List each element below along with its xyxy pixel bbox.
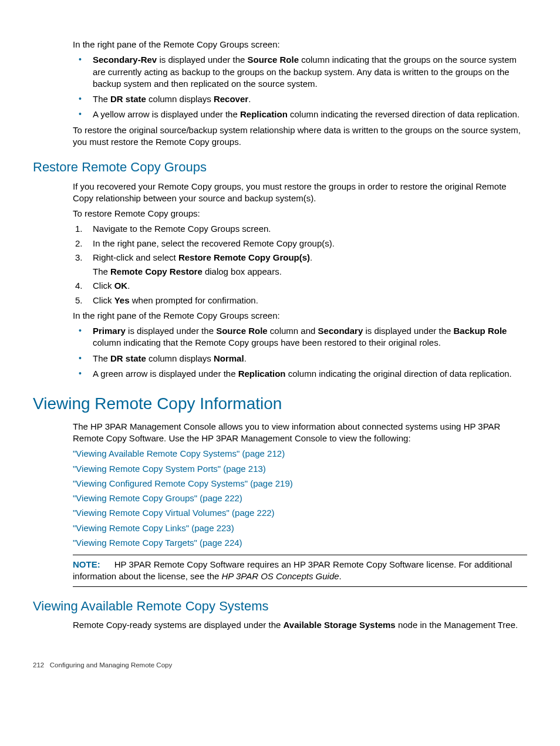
heading-restore: Restore Remote Copy Groups bbox=[33, 158, 527, 176]
viewing-p1: The HP 3PAR Management Console allows yo… bbox=[73, 421, 527, 445]
restore-p1: If you recovered your Remote Copy groups… bbox=[73, 181, 527, 205]
page-footer: 212 Configuring and Managing Remote Copy bbox=[33, 661, 527, 670]
xref-link[interactable]: "Viewing Remote Copy Links" (page 223) bbox=[73, 522, 527, 534]
xref-link[interactable]: "Viewing Available Remote Copy Systems" … bbox=[73, 448, 527, 460]
page-number: 212 bbox=[33, 661, 44, 669]
bullet-item: A green arrow is displayed under the Rep… bbox=[73, 368, 527, 380]
note-italic: HP 3PAR OS Concepts Guide bbox=[222, 571, 339, 581]
bullet-item: A yellow arrow is displayed under the Re… bbox=[73, 109, 527, 120]
step-3: Right-click and select Restore Remote Co… bbox=[73, 252, 527, 278]
xref-link[interactable]: "Viewing Remote Copy System Ports" (page… bbox=[73, 463, 527, 475]
step-2: In the right pane, select the recovered … bbox=[73, 238, 527, 249]
step-3-result: The Remote Copy Restore dialog box appea… bbox=[93, 266, 527, 278]
intro-line: In the right pane of the Remote Copy Gro… bbox=[73, 39, 527, 50]
intro-bullets: Secondary-Rev is displayed under the Sou… bbox=[73, 54, 527, 120]
xref-link[interactable]: "Viewing Remote Copy Targets" (page 224) bbox=[73, 537, 527, 549]
chapter-title: Configuring and Managing Remote Copy bbox=[50, 661, 172, 669]
note-label: NOTE: bbox=[73, 559, 100, 569]
intro-after: To restore the original source/backup sy… bbox=[73, 124, 527, 148]
restore-bullets: Primary is displayed under the Source Ro… bbox=[73, 325, 527, 380]
restore-steps: Navigate to the Remote Copy Groups scree… bbox=[73, 223, 527, 306]
bullet-item: The DR state column displays Recover. bbox=[73, 93, 527, 105]
step-1: Navigate to the Remote Copy Groups scree… bbox=[73, 223, 527, 235]
xref-link[interactable]: "Viewing Remote Copy Virtual Volumes" (p… bbox=[73, 507, 527, 519]
available-p: Remote Copy-ready systems are displayed … bbox=[73, 619, 527, 631]
bullet-item: Primary is displayed under the Source Ro… bbox=[73, 325, 527, 349]
xref-link[interactable]: "Viewing Remote Copy Groups" (page 222) bbox=[73, 492, 527, 504]
bullet-item: The DR state column displays Normal. bbox=[73, 353, 527, 364]
bullet-item: Secondary-Rev is displayed under the Sou… bbox=[73, 54, 527, 90]
heading-available: Viewing Available Remote Copy Systems bbox=[33, 598, 527, 615]
step-5: Click Yes when prompted for confirmation… bbox=[73, 295, 527, 306]
note-box: NOTE:HP 3PAR Remote Copy Software requir… bbox=[73, 555, 527, 587]
xref-link[interactable]: "Viewing Configured Remote Copy Systems"… bbox=[73, 478, 527, 490]
heading-viewing: Viewing Remote Copy Information bbox=[33, 393, 527, 415]
restore-after: In the right pane of the Remote Copy Gro… bbox=[73, 310, 527, 322]
step-4: Click OK. bbox=[73, 280, 527, 292]
restore-p2: To restore Remote Copy groups: bbox=[73, 208, 527, 220]
